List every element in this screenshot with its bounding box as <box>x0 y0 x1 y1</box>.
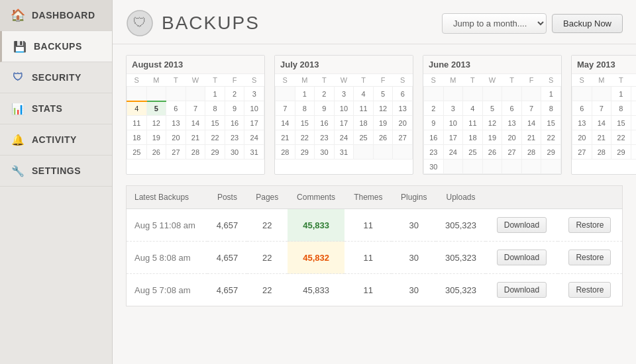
calendar-day-cell[interactable]: 3 <box>244 87 264 101</box>
calendar-day-cell[interactable]: 24 <box>334 130 354 145</box>
calendar-day-cell[interactable]: 18 <box>127 130 147 145</box>
calendar-day-cell[interactable]: 30 <box>315 145 335 159</box>
calendar-day-cell[interactable]: 9 <box>225 101 244 116</box>
calendar-day-cell[interactable]: 29 <box>205 145 225 159</box>
calendar-day-cell[interactable]: 14 <box>276 116 295 130</box>
calendar-day-cell[interactable]: 4 <box>354 87 374 101</box>
calendar-day-cell[interactable]: 2 <box>424 101 444 116</box>
calendar-day-cell[interactable]: 10 <box>244 101 264 116</box>
calendar-day-cell[interactable]: 25 <box>463 145 483 159</box>
calendar-day-cell[interactable]: 1 <box>295 87 315 101</box>
sidebar-item-dashboard[interactable]: 🏠 Dashboard <box>0 0 112 31</box>
calendar-day-cell[interactable]: 31 <box>334 145 354 159</box>
calendar-day-cell[interactable]: 17 <box>244 116 264 130</box>
calendar-day-cell[interactable]: 22 <box>205 130 225 145</box>
calendar-day-cell[interactable]: 2 <box>225 87 244 101</box>
calendar-day-cell[interactable]: 19 <box>373 116 393 130</box>
calendar-day-cell[interactable]: 6 <box>393 87 413 101</box>
calendar-day-cell[interactable]: 5 <box>482 101 502 116</box>
calendar-day-cell[interactable]: 26 <box>373 130 393 145</box>
calendar-day-cell[interactable]: 29 <box>611 145 631 159</box>
calendar-day-cell[interactable]: 22 <box>611 130 631 145</box>
calendar-day-cell[interactable]: 24 <box>443 145 463 159</box>
calendar-day-cell[interactable]: 1 <box>611 87 631 101</box>
calendar-day-cell[interactable]: 20 <box>166 130 186 145</box>
calendar-day-cell[interactable]: 27 <box>572 145 592 159</box>
calendar-day-cell[interactable]: 7 <box>276 101 295 116</box>
calendar-day-cell[interactable]: 14 <box>592 116 611 130</box>
jump-to-month-select[interactable]: Jump to a month.... <box>442 13 547 34</box>
download-button[interactable]: Download <box>497 217 547 233</box>
calendar-day-cell[interactable]: 6 <box>572 101 592 116</box>
calendar-day-cell[interactable]: 9 <box>631 101 636 116</box>
calendar-day-cell[interactable]: 1 <box>205 87 225 101</box>
restore-button[interactable]: Restore <box>568 282 611 298</box>
calendar-day-cell[interactable]: 8 <box>295 101 315 116</box>
calendar-day-cell[interactable]: 5 <box>373 87 393 101</box>
calendar-day-cell[interactable]: 17 <box>443 130 463 145</box>
calendar-day-cell[interactable]: 28 <box>592 145 611 159</box>
calendar-day-cell[interactable]: 11 <box>127 116 147 130</box>
calendar-day-cell[interactable]: 19 <box>146 130 166 145</box>
calendar-day-cell[interactable]: 10 <box>443 116 463 130</box>
restore-button[interactable]: Restore <box>568 217 611 233</box>
calendar-day-cell[interactable]: 26 <box>146 145 166 159</box>
calendar-day-cell[interactable]: 29 <box>541 145 561 159</box>
calendar-day-cell[interactable]: 28 <box>276 145 295 159</box>
calendar-day-cell[interactable]: 23 <box>424 145 444 159</box>
calendar-day-cell[interactable]: 23 <box>631 130 636 145</box>
calendar-day-cell[interactable]: 18 <box>354 116 374 130</box>
calendar-day-cell[interactable]: 20 <box>502 130 522 145</box>
calendar-day-cell[interactable]: 23 <box>315 130 335 145</box>
calendar-day-cell[interactable]: 21 <box>186 130 205 145</box>
calendar-day-cell[interactable]: 23 <box>225 130 244 145</box>
calendar-day-cell[interactable]: 27 <box>393 130 413 145</box>
calendar-day-cell[interactable]: 12 <box>482 116 502 130</box>
calendar-day-cell[interactable]: 8 <box>205 101 225 116</box>
calendar-day-cell[interactable]: 6 <box>166 101 186 116</box>
calendar-day-cell[interactable]: 20 <box>572 130 592 145</box>
sidebar-item-security[interactable]: 🛡 Security <box>0 62 112 93</box>
calendar-day-cell[interactable]: 25 <box>354 130 374 145</box>
calendar-day-cell[interactable]: 4 <box>463 101 483 116</box>
sidebar-item-activity[interactable]: 🔔 Activity <box>0 124 112 156</box>
calendar-day-cell[interactable]: 28 <box>186 145 205 159</box>
calendar-day-cell[interactable]: 13 <box>572 116 592 130</box>
calendar-day-cell[interactable]: 15 <box>205 116 225 130</box>
calendar-day-cell[interactable]: 1 <box>541 87 561 101</box>
calendar-day-cell[interactable]: 9 <box>315 101 335 116</box>
calendar-day-cell[interactable]: 13 <box>166 116 186 130</box>
calendar-day-cell[interactable]: 30 <box>225 145 244 159</box>
calendar-day-cell[interactable]: 14 <box>186 116 205 130</box>
calendar-day-cell[interactable]: 29 <box>295 145 315 159</box>
calendar-day-cell[interactable]: 9 <box>424 116 444 130</box>
calendar-day-cell[interactable]: 4 <box>127 101 147 116</box>
calendar-day-cell[interactable]: 6 <box>502 101 522 116</box>
calendar-day-cell[interactable]: 25 <box>127 145 147 159</box>
calendar-day-cell[interactable]: 22 <box>295 130 315 145</box>
calendar-day-cell[interactable]: 20 <box>393 116 413 130</box>
calendar-day-cell[interactable]: 2 <box>315 87 335 101</box>
calendar-day-cell[interactable]: 12 <box>373 101 393 116</box>
calendar-day-cell[interactable]: 21 <box>592 130 611 145</box>
calendar-day-cell[interactable]: 8 <box>611 101 631 116</box>
calendar-day-cell[interactable]: 12 <box>146 116 166 130</box>
calendar-day-cell[interactable]: 17 <box>334 116 354 130</box>
calendar-day-cell[interactable]: 7 <box>186 101 205 116</box>
download-button[interactable]: Download <box>497 282 547 298</box>
calendar-day-cell[interactable]: 27 <box>502 145 522 159</box>
calendar-day-cell[interactable]: 5 <box>146 101 166 116</box>
calendar-day-cell[interactable]: 27 <box>166 145 186 159</box>
calendar-day-cell[interactable]: 15 <box>295 116 315 130</box>
calendar-day-cell[interactable]: 16 <box>631 116 636 130</box>
calendar-day-cell[interactable]: 21 <box>521 130 541 145</box>
calendar-day-cell[interactable]: 28 <box>521 145 541 159</box>
calendar-day-cell[interactable]: 11 <box>354 101 374 116</box>
calendar-day-cell[interactable]: 30 <box>424 159 444 174</box>
calendar-day-cell[interactable]: 3 <box>443 101 463 116</box>
calendar-day-cell[interactable]: 22 <box>541 130 561 145</box>
calendar-day-cell[interactable]: 19 <box>482 130 502 145</box>
calendar-day-cell[interactable]: 13 <box>502 116 522 130</box>
calendar-day-cell[interactable]: 21 <box>276 130 295 145</box>
calendar-day-cell[interactable]: 30 <box>631 145 636 159</box>
